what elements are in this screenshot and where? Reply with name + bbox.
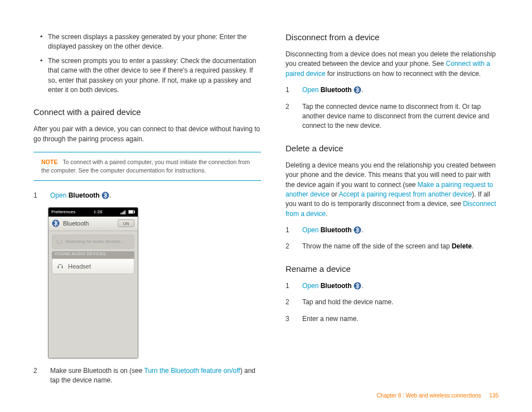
step-number: 2 (33, 366, 40, 386)
note-text: To connect with a paired computer, you m… (41, 159, 250, 174)
disconnect-steps: 1 Open Bluetooth . 2 Tap the connected d… (286, 85, 501, 131)
step-2: 2 Tap the connected device name to disco… (286, 102, 501, 131)
open-link[interactable]: Open (302, 226, 318, 234)
turn-bluetooth-link[interactable]: Turn the Bluetooth feature on/off (144, 367, 240, 375)
note-box: NOTE To connect with a paired computer, … (33, 152, 261, 180)
delete-steps: 1 Open Bluetooth . 2 Throw the name off … (286, 226, 501, 252)
page: The screen displays a passkey generated … (0, 0, 532, 392)
paragraph: After you pair with a device, you can co… (33, 124, 261, 144)
step-number: 1 (286, 226, 292, 235)
battery-icon (128, 210, 135, 214)
heading-disconnect: Disconnect from a device (286, 32, 501, 42)
heading-delete: Delete a device (286, 143, 501, 153)
page-number: 135 (489, 392, 499, 399)
step-text: Enter a new name. (302, 314, 501, 324)
title-bar: Bluetooth ON (49, 217, 138, 231)
accept-pairing-link[interactable]: Accept a pairing request from another de… (338, 190, 472, 198)
step-text: Throw the name off the side of the scree… (302, 242, 452, 250)
signal-icon (120, 210, 126, 214)
step-number: 2 (286, 298, 292, 307)
step-2: 2 Throw the name off the side of the scr… (286, 242, 501, 251)
step-3: 3 Enter a new name. (286, 314, 501, 324)
text: for instructions on how to reconnect wit… (325, 70, 481, 78)
rename-steps: 1 Open Bluetooth . 2 Tap and hold the de… (286, 281, 501, 324)
bluetooth-toggle[interactable]: ON (118, 219, 134, 227)
step-text: Make sure Bluetooth is on (see (50, 367, 144, 375)
step-1: 1 Open Bluetooth . (286, 226, 501, 235)
delete-label: Delete (452, 242, 472, 250)
paragraph: Disconnecting from a device does not mea… (286, 50, 501, 79)
connect-steps: 1 Open Bluetooth . (33, 191, 261, 200)
device-row-headset[interactable]: Headset (52, 258, 134, 274)
bullet-item: The screen displays a passkey generated … (48, 32, 261, 52)
bluetooth-icon (354, 86, 361, 94)
step-number: 1 (33, 191, 40, 200)
bluetooth-label: Bluetooth (321, 86, 352, 94)
heading-rename: Rename a device (286, 264, 501, 274)
time-label: 1:28 (75, 209, 120, 214)
step-2: 2 Make sure Bluetooth is on (see Turn th… (33, 366, 261, 386)
left-column: The screen displays a passkey generated … (33, 32, 261, 392)
text: or (330, 190, 339, 198)
bluetooth-label: Bluetooth (69, 191, 100, 199)
right-column: Disconnect from a device Disconnecting f… (286, 32, 501, 392)
searching-row: Searching for audio devices… (52, 234, 134, 249)
step-number: 1 (286, 85, 292, 95)
passkey-bullets: The screen displays a passkey generated … (33, 32, 261, 95)
searching-text: Searching for audio devices… (65, 239, 125, 244)
headset-icon (57, 263, 64, 270)
open-link[interactable]: Open (302, 86, 318, 94)
step-text: Tap and hold the device name. (302, 298, 501, 307)
step-text: Tap the connected device name to disconn… (302, 102, 501, 131)
heading-connect-paired: Connect with a paired device (33, 107, 261, 117)
step-1: 1 Open Bluetooth . (286, 281, 501, 291)
step-1: 1 Open Bluetooth . (286, 85, 501, 95)
prefs-label: Preferences (51, 209, 75, 214)
connect-steps-cont: 2 Make sure Bluetooth is on (see Turn th… (33, 366, 261, 386)
chapter-label: Chapter 8 : Web and wireless connections (376, 392, 481, 399)
step-number: 2 (286, 242, 292, 251)
bluetooth-icon (52, 219, 60, 227)
step-2: 2 Tap and hold the device name. (286, 298, 501, 307)
status-bar: Preferences 1:28 (49, 208, 138, 217)
device-name: Headset (68, 263, 91, 270)
found-devices-label: FOUND AUDIO DEVICES (52, 251, 134, 258)
phone-screenshot: Preferences 1:28 Bluetooth ON Searching … (48, 207, 138, 358)
bluetooth-icon (101, 191, 109, 199)
note-label: NOTE (41, 159, 57, 165)
spinner-icon (57, 239, 62, 244)
bluetooth-label: Bluetooth (321, 226, 352, 234)
bluetooth-icon (354, 226, 361, 234)
step-number: 3 (286, 314, 292, 324)
bluetooth-icon (354, 282, 361, 290)
bluetooth-label: Bluetooth (321, 282, 352, 290)
phone-background (49, 274, 138, 358)
step-number: 2 (286, 102, 292, 131)
text: . (326, 210, 327, 218)
step-number: 1 (286, 281, 292, 291)
text: . (472, 242, 473, 250)
open-link[interactable]: Open (302, 282, 318, 290)
open-link[interactable]: Open (50, 191, 66, 199)
screen-title: Bluetooth (63, 220, 89, 227)
page-footer: Chapter 8 : Web and wireless connections… (376, 392, 499, 399)
paragraph: Deleting a device means you end the rela… (286, 161, 501, 219)
step-1: 1 Open Bluetooth . (33, 191, 261, 200)
bullet-item: The screen prompts you to enter a passke… (48, 56, 261, 95)
